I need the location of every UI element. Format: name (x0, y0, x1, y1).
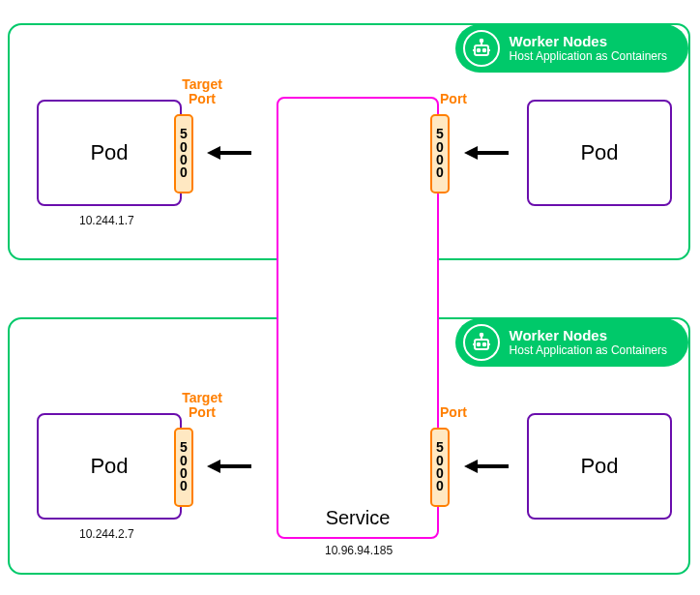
target-port-box-top: 5 0 0 0 (174, 114, 193, 193)
pod-label: Pod (580, 140, 618, 165)
pod-label: Pod (580, 454, 618, 479)
pod-label: Pod (90, 454, 128, 479)
target-port-box-bottom: 5 0 0 0 (174, 428, 193, 507)
port-digit: 0 (180, 480, 188, 492)
pod-bottom-left: Pod (37, 413, 182, 520)
robot-icon (463, 30, 500, 67)
robot-icon (463, 324, 500, 361)
pod-top-right: Pod (527, 100, 672, 206)
port-digit: 0 (180, 166, 188, 179)
svg-marker-21 (464, 460, 478, 473)
pod-ip-bottom-left: 10.244.2.7 (79, 527, 134, 541)
worker-badge-subtitle: Host Application as Containers (510, 50, 667, 64)
service-ip: 10.96.94.185 (325, 544, 393, 557)
pod-top-left: Pod (37, 100, 182, 206)
worker-badge-subtitle: Host Application as Containers (510, 344, 667, 358)
worker-badge-bottom: Worker Nodes Host Application as Contain… (455, 318, 688, 367)
svg-point-11 (480, 334, 482, 337)
svg-point-4 (480, 40, 482, 43)
port-title-top: Port (440, 92, 467, 106)
arrow-left-bottom (207, 457, 251, 476)
pod-ip-top-left: 10.244.1.7 (79, 214, 134, 227)
service-box: Service (277, 97, 439, 539)
arrow-right-bottom (464, 457, 509, 476)
arrow-right-top (464, 143, 509, 163)
svg-marker-19 (207, 460, 220, 473)
target-port-title-top: Target Port (177, 77, 227, 107)
worker-badge-top: Worker Nodes Host Application as Contain… (455, 24, 688, 73)
service-label: Service (326, 507, 391, 529)
target-port-title-bottom: Target Port (177, 391, 227, 421)
worker-badge-title: Worker Nodes (510, 327, 667, 343)
port-title-bottom: Port (440, 405, 467, 420)
worker-badge-title: Worker Nodes (510, 33, 667, 49)
port-digit: 0 (436, 480, 444, 492)
svg-point-1 (477, 49, 480, 52)
svg-marker-17 (464, 146, 478, 160)
svg-point-8 (477, 343, 480, 346)
port-digit: 0 (436, 166, 444, 179)
svg-point-9 (482, 343, 485, 346)
port-box-bottom: 5 0 0 0 (430, 428, 450, 507)
pod-bottom-right: Pod (527, 413, 672, 520)
svg-point-2 (482, 49, 485, 52)
arrow-left-top (207, 143, 251, 163)
port-box-top: 5 0 0 0 (430, 114, 450, 193)
pod-label: Pod (90, 140, 128, 165)
svg-marker-15 (207, 146, 220, 160)
